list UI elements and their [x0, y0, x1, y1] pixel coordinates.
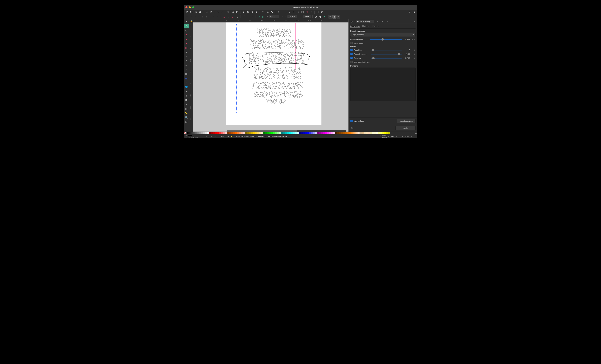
color-swatch[interactable] — [197, 132, 199, 134]
ruler-horizontal[interactable]: 0255075100125150175200 — [193, 19, 349, 22]
scrollbar-horizontal[interactable] — [227, 130, 346, 132]
join-segment-button[interactable]: ⌐ — [211, 15, 215, 19]
mask-edit-button[interactable]: ◕ — [318, 15, 322, 19]
color-swatch[interactable] — [229, 132, 231, 134]
unit-select[interactable]: mm ▾ — [303, 15, 311, 19]
color-swatch[interactable] — [281, 132, 283, 134]
color-swatch[interactable] — [255, 132, 257, 134]
color-swatch[interactable] — [245, 132, 247, 134]
opacity-value[interactable]: 100 — [206, 136, 209, 138]
delete-node-button[interactable]: − — [190, 15, 193, 19]
color-swatch[interactable] — [219, 132, 221, 134]
color-swatch[interactable] — [285, 132, 287, 134]
y-inc[interactable]: + — [300, 15, 302, 18]
show-outline-button[interactable]: ✎ — [336, 15, 340, 19]
color-swatch[interactable] — [319, 132, 321, 134]
color-swatch[interactable] — [241, 132, 243, 134]
group-button[interactable]: ✦ — [277, 10, 280, 14]
color-swatch[interactable] — [323, 132, 325, 134]
paint-bucket-tool[interactable]: 🪣 — [184, 85, 189, 89]
eraser-tool[interactable]: ◨ — [184, 98, 189, 102]
color-swatch[interactable] — [356, 132, 358, 134]
color-swatch[interactable] — [253, 132, 255, 134]
update-preview-button[interactable]: Update preview — [397, 119, 416, 123]
color-swatch[interactable] — [309, 132, 311, 134]
close-tab-icon[interactable]: ✕ — [371, 20, 373, 22]
bezier-tool[interactable]: ✒ — [184, 59, 189, 63]
apply-button[interactable]: Apply — [395, 126, 416, 130]
user-assisted-checkbox[interactable] — [350, 61, 353, 63]
color-swatch[interactable] — [331, 132, 333, 134]
speckles-inc[interactable]: + — [413, 49, 416, 51]
curve-button[interactable]: ⌒ — [246, 15, 250, 19]
color-swatch[interactable] — [235, 132, 237, 134]
color-swatch[interactable] — [345, 132, 347, 134]
measure-tool[interactable]: 📏 — [184, 111, 189, 115]
color-swatch[interactable] — [211, 132, 213, 134]
text-button[interactable]: T — [292, 10, 296, 14]
color-swatch[interactable] — [340, 132, 341, 134]
color-swatch[interactable] — [221, 132, 223, 134]
line-button[interactable]: ╱ — [242, 15, 245, 19]
color-swatch[interactable] — [233, 132, 235, 134]
color-swatch[interactable] — [370, 132, 372, 134]
optimize-slider[interactable] — [371, 58, 402, 59]
rotation-value[interactable]: 0.00° — [405, 136, 409, 138]
rectangle-tool[interactable]: ■ — [184, 33, 189, 37]
copy-button[interactable] — [227, 10, 230, 14]
maximize-button[interactable] — [192, 6, 194, 8]
zoom-value[interactable]: 89% — [391, 136, 394, 138]
shape-builder-tool[interactable]: ◇ — [184, 28, 189, 32]
snap-toggle-button[interactable] — [408, 10, 411, 14]
speckles-dec[interactable]: − — [411, 49, 413, 51]
color-swatch[interactable] — [249, 132, 251, 134]
ruler-vertical[interactable]: 5075100125150175200225250 — [189, 22, 193, 132]
color-swatch[interactable] — [358, 132, 360, 134]
color-swatch[interactable] — [192, 132, 195, 134]
calligraphy-tool[interactable]: ✑ — [184, 63, 189, 67]
color-swatch[interactable] — [251, 132, 253, 134]
color-swatch[interactable] — [317, 132, 319, 134]
color-swatch[interactable] — [275, 132, 277, 134]
align-button[interactable]: ≣ — [309, 10, 313, 14]
tweak-tool[interactable]: ⌁ — [184, 89, 189, 93]
optimize-inc[interactable]: + — [413, 57, 416, 59]
zoom-selection-button[interactable] — [242, 10, 245, 14]
break-node-button[interactable]: − — [194, 15, 198, 19]
panel-tab-trace-bitmap[interactable]: ◩ Trace Bitmap✕ — [356, 20, 374, 23]
spray-tool[interactable]: ❅ — [184, 94, 189, 98]
edge-threshold-slider[interactable] — [370, 39, 402, 40]
panel-tab-fill-stroke[interactable] — [349, 20, 354, 23]
info-icon[interactable]: ⓘ — [350, 126, 354, 130]
export-button[interactable] — [209, 10, 213, 14]
color-swatch[interactable] — [361, 132, 363, 134]
ellipse-tool[interactable]: ● — [184, 37, 189, 41]
color-swatch[interactable] — [223, 132, 225, 134]
color-swatch[interactable] — [227, 132, 229, 134]
object-to-path-button[interactable]: □ — [257, 15, 261, 19]
color-swatch[interactable] — [265, 132, 267, 134]
color-swatch[interactable] — [384, 132, 386, 134]
connector-tool[interactable]: ↘ — [184, 102, 189, 106]
color-swatch[interactable] — [213, 132, 215, 134]
y-dec[interactable]: − — [298, 15, 300, 18]
edge-dec[interactable]: − — [411, 38, 413, 41]
smooth-checkbox[interactable]: ✓ — [350, 53, 353, 55]
node-symmetric-button[interactable]: ◡ — [231, 15, 235, 19]
palette-menu-button[interactable]: ◀ — [415, 132, 417, 134]
layers-button[interactable]: ≡ — [296, 10, 300, 14]
close-button[interactable] — [185, 6, 188, 8]
smooth-inc[interactable]: + — [413, 53, 416, 56]
ruler-origin[interactable]: 🔒 — [189, 19, 193, 22]
color-swatch[interactable] — [200, 132, 202, 134]
3dbox-tool[interactable]: ◫ — [184, 46, 189, 50]
lpe-tool[interactable]: ◧ — [184, 107, 189, 111]
color-swatch[interactable] — [273, 132, 275, 134]
color-swatch[interactable] — [291, 132, 293, 134]
selectors-button[interactable] — [305, 10, 309, 14]
zoom-page-button[interactable] — [250, 10, 254, 14]
ungroup-button[interactable]: ✧ — [281, 10, 285, 14]
visibility-toggle[interactable]: 👁 — [227, 136, 229, 138]
new-file-button[interactable] — [185, 10, 189, 14]
duplicate-button[interactable] — [261, 10, 265, 14]
